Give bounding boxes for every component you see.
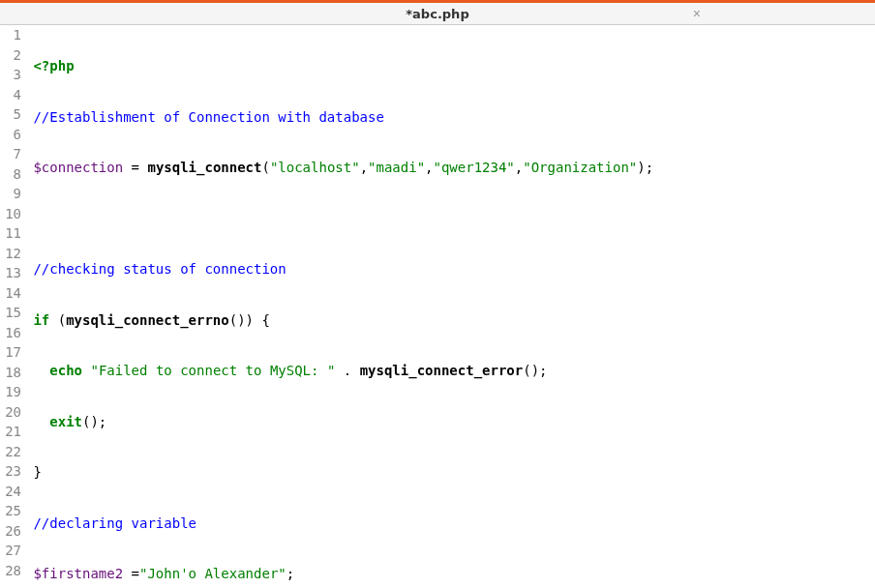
php-open-tag: <?php [33, 58, 74, 74]
line-number: 19 [0, 382, 21, 402]
code-line[interactable]: <?php [25, 56, 875, 76]
line-number: 16 [0, 323, 21, 343]
line-number: 28 [0, 561, 21, 581]
keyword: if [33, 312, 49, 328]
code-line[interactable]: $connection = mysqli_connect("localhost"… [25, 158, 875, 178]
line-number: 21 [0, 422, 21, 442]
line-number: 26 [0, 521, 21, 542]
code-line[interactable]: if (mysqli_connect_errno()) { [25, 310, 875, 331]
comment: //Establishment of Connection with datab… [33, 109, 383, 125]
code-line[interactable]: $firstname2 ="John'o Alexander"; [25, 564, 875, 584]
line-number: 2 [0, 45, 21, 66]
tab-title[interactable]: *abc.php [406, 7, 468, 21]
line-number: 8 [0, 164, 21, 185]
code-line[interactable]: //Establishment of Connection with datab… [25, 107, 875, 128]
line-number: 23 [0, 461, 21, 482]
line-number: 12 [0, 244, 21, 264]
code-line[interactable]: //checking status of connection [25, 259, 875, 279]
keyword: exit [49, 414, 82, 429]
tab-bar: *abc.php × [0, 0, 875, 25]
line-number: 24 [0, 482, 21, 502]
line-number: 5 [0, 104, 21, 125]
code-line[interactable] [25, 209, 875, 229]
keyword: echo [49, 363, 82, 378]
function: mysqli_connect_errno [66, 312, 229, 328]
line-number: 9 [0, 184, 21, 204]
string: "localhost" [270, 160, 360, 175]
line-number: 25 [0, 501, 21, 521]
line-number-gutter: 1 2 3 4 5 6 7 8 9 10 11 12 13 14 15 16 1… [0, 25, 25, 588]
line-number: 15 [0, 303, 21, 323]
line-number: 6 [0, 125, 21, 145]
code-line[interactable]: echo "Failed to connect to MySQL: " . my… [25, 361, 875, 381]
line-number: 11 [0, 223, 21, 244]
string: "John'o Alexander" [139, 566, 287, 581]
function: mysqli_connect_error [360, 363, 524, 378]
string: "maadi" [368, 160, 425, 175]
comment: //declaring variable [33, 515, 196, 531]
line-number: 7 [0, 144, 21, 164]
line-number: 1 [0, 25, 21, 45]
line-number: 14 [0, 283, 21, 304]
code-line[interactable]: //declaring variable [25, 514, 875, 534]
line-number: 18 [0, 363, 21, 383]
variable: $connection [33, 160, 123, 175]
code-content[interactable]: <?php //Establishment of Connection with… [25, 25, 875, 588]
line-number: 27 [0, 541, 21, 561]
line-number: 20 [0, 402, 21, 423]
string: "qwer1234" [434, 160, 515, 175]
active-tab-indicator [0, 0, 701, 3]
comment: //checking status of connection [33, 261, 286, 277]
line-number: 3 [0, 65, 21, 85]
code-editor[interactable]: 1 2 3 4 5 6 7 8 9 10 11 12 13 14 15 16 1… [0, 25, 875, 588]
code-line[interactable]: exit(); [25, 412, 875, 432]
line-number: 10 [0, 204, 21, 224]
line-number: 17 [0, 342, 21, 363]
line-number: 22 [0, 442, 21, 462]
line-number: 13 [0, 263, 21, 283]
string: "Failed to connect to MySQL: " [90, 363, 335, 378]
function: mysqli_connect [147, 160, 261, 175]
string: "Organization" [523, 160, 637, 175]
line-number: 4 [0, 85, 21, 105]
code-line[interactable]: } [25, 462, 875, 483]
variable: $firstname2 [33, 566, 123, 581]
close-icon[interactable]: × [693, 6, 701, 21]
